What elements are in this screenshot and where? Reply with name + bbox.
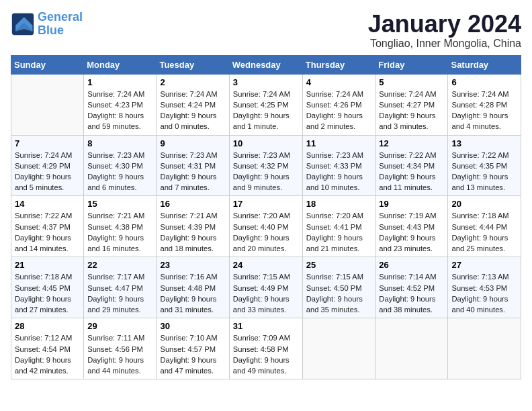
day-info: Sunrise: 7:24 AM Sunset: 4:27 PM Dayligh… [379,89,444,132]
day-info: Sunrise: 7:11 AM Sunset: 4:56 PM Dayligh… [87,332,152,376]
day-number: 24 [233,260,299,270]
day-number: 20 [451,199,517,209]
calendar-day-cell: 30Sunrise: 7:10 AM Sunset: 4:57 PM Dayli… [157,318,229,379]
day-number: 25 [306,260,372,270]
logo: General Blue [11,11,83,38]
day-info: Sunrise: 7:24 AM Sunset: 4:23 PM Dayligh… [87,89,152,132]
calendar-week-row: 21Sunrise: 7:18 AM Sunset: 4:45 PM Dayli… [11,257,521,318]
calendar-day-cell: 31Sunrise: 7:09 AM Sunset: 4:58 PM Dayli… [229,318,302,379]
day-number: 22 [87,260,152,270]
day-info: Sunrise: 7:13 AM Sunset: 4:53 PM Dayligh… [451,271,517,315]
weekday-header-row: SundayMondayTuesdayWednesdayThursdayFrid… [11,55,521,74]
title-block: January 2024 Tongliao, Inner Mongolia, C… [368,11,521,50]
day-number: 3 [233,77,299,87]
day-info: Sunrise: 7:24 AM Sunset: 4:28 PM Dayligh… [451,89,517,132]
calendar-day-cell: 19Sunrise: 7:19 AM Sunset: 4:43 PM Dayli… [375,196,448,257]
day-number: 13 [451,138,517,148]
calendar-day-cell: 22Sunrise: 7:17 AM Sunset: 4:47 PM Dayli… [84,257,157,318]
day-info: Sunrise: 7:20 AM Sunset: 4:40 PM Dayligh… [233,210,299,254]
calendar-title: January 2024 [368,11,521,38]
calendar-week-row: 28Sunrise: 7:12 AM Sunset: 4:54 PM Dayli… [11,318,521,379]
day-info: Sunrise: 7:24 AM Sunset: 4:26 PM Dayligh… [306,89,372,132]
calendar-day-cell [448,318,521,379]
day-info: Sunrise: 7:19 AM Sunset: 4:43 PM Dayligh… [379,210,444,254]
day-number: 5 [379,77,444,87]
day-info: Sunrise: 7:22 AM Sunset: 4:34 PM Dayligh… [379,150,444,193]
calendar-day-cell: 6Sunrise: 7:24 AM Sunset: 4:28 PM Daylig… [448,74,521,135]
page-header: General Blue January 2024 Tongliao, Inne… [11,11,521,50]
weekday-header-sunday: Sunday [11,55,84,74]
day-number: 9 [160,138,225,148]
day-info: Sunrise: 7:14 AM Sunset: 4:52 PM Dayligh… [379,271,444,315]
calendar-day-cell: 11Sunrise: 7:23 AM Sunset: 4:33 PM Dayli… [302,135,375,196]
day-number: 18 [306,199,372,209]
day-number: 4 [306,77,372,87]
calendar-day-cell: 14Sunrise: 7:22 AM Sunset: 4:37 PM Dayli… [11,196,84,257]
calendar-week-row: 1Sunrise: 7:24 AM Sunset: 4:23 PM Daylig… [11,74,521,135]
day-info: Sunrise: 7:23 AM Sunset: 4:31 PM Dayligh… [160,150,225,193]
weekday-header-wednesday: Wednesday [229,55,302,74]
calendar-day-cell: 27Sunrise: 7:13 AM Sunset: 4:53 PM Dayli… [448,257,521,318]
logo-text: General Blue [38,11,83,38]
day-number: 30 [160,321,225,331]
day-info: Sunrise: 7:23 AM Sunset: 4:33 PM Dayligh… [306,150,372,193]
day-info: Sunrise: 7:15 AM Sunset: 4:50 PM Dayligh… [306,271,372,315]
day-info: Sunrise: 7:23 AM Sunset: 4:30 PM Dayligh… [87,150,152,193]
day-info: Sunrise: 7:21 AM Sunset: 4:39 PM Dayligh… [160,210,225,254]
calendar-table: SundayMondayTuesdayWednesdayThursdayFrid… [11,55,521,380]
day-info: Sunrise: 7:17 AM Sunset: 4:47 PM Dayligh… [87,271,152,315]
day-number: 7 [15,138,80,148]
day-number: 16 [160,199,225,209]
calendar-week-row: 14Sunrise: 7:22 AM Sunset: 4:37 PM Dayli… [11,196,521,257]
day-number: 11 [306,138,372,148]
calendar-day-cell: 16Sunrise: 7:21 AM Sunset: 4:39 PM Dayli… [157,196,229,257]
day-number: 2 [160,77,225,87]
day-number: 31 [233,321,299,331]
weekday-header-monday: Monday [84,55,157,74]
weekday-header-thursday: Thursday [302,55,375,74]
calendar-day-cell: 17Sunrise: 7:20 AM Sunset: 4:40 PM Dayli… [229,196,302,257]
day-info: Sunrise: 7:24 AM Sunset: 4:29 PM Dayligh… [15,150,80,193]
calendar-day-cell: 1Sunrise: 7:24 AM Sunset: 4:23 PM Daylig… [84,74,157,135]
calendar-day-cell: 29Sunrise: 7:11 AM Sunset: 4:56 PM Dayli… [84,318,157,379]
day-info: Sunrise: 7:20 AM Sunset: 4:41 PM Dayligh… [306,210,372,254]
calendar-day-cell: 3Sunrise: 7:24 AM Sunset: 4:25 PM Daylig… [229,74,302,135]
logo-icon [11,12,35,36]
calendar-day-cell: 9Sunrise: 7:23 AM Sunset: 4:31 PM Daylig… [157,135,229,196]
day-number: 26 [379,260,444,270]
day-info: Sunrise: 7:22 AM Sunset: 4:35 PM Dayligh… [451,150,517,193]
day-number: 15 [87,199,152,209]
weekday-header-tuesday: Tuesday [157,55,229,74]
calendar-day-cell: 26Sunrise: 7:14 AM Sunset: 4:52 PM Dayli… [375,257,448,318]
day-number: 12 [379,138,444,148]
day-info: Sunrise: 7:10 AM Sunset: 4:57 PM Dayligh… [160,332,225,376]
calendar-week-row: 7Sunrise: 7:24 AM Sunset: 4:29 PM Daylig… [11,135,521,196]
day-number: 1 [87,77,152,87]
calendar-day-cell: 10Sunrise: 7:23 AM Sunset: 4:32 PM Dayli… [229,135,302,196]
day-info: Sunrise: 7:09 AM Sunset: 4:58 PM Dayligh… [233,332,299,376]
logo-line1: General [38,10,83,24]
weekday-header-friday: Friday [375,55,448,74]
day-info: Sunrise: 7:12 AM Sunset: 4:54 PM Dayligh… [15,332,80,376]
day-info: Sunrise: 7:23 AM Sunset: 4:32 PM Dayligh… [233,150,299,193]
calendar-day-cell: 12Sunrise: 7:22 AM Sunset: 4:34 PM Dayli… [375,135,448,196]
calendar-day-cell: 7Sunrise: 7:24 AM Sunset: 4:29 PM Daylig… [11,135,84,196]
logo-line2: Blue [38,24,64,37]
day-number: 28 [15,321,80,331]
calendar-day-cell: 28Sunrise: 7:12 AM Sunset: 4:54 PM Dayli… [11,318,84,379]
day-info: Sunrise: 7:24 AM Sunset: 4:24 PM Dayligh… [160,89,225,132]
day-number: 29 [87,321,152,331]
day-number: 17 [233,199,299,209]
calendar-day-cell: 18Sunrise: 7:20 AM Sunset: 4:41 PM Dayli… [302,196,375,257]
calendar-day-cell: 24Sunrise: 7:15 AM Sunset: 4:49 PM Dayli… [229,257,302,318]
day-number: 14 [15,199,80,209]
calendar-day-cell: 20Sunrise: 7:18 AM Sunset: 4:44 PM Dayli… [448,196,521,257]
day-info: Sunrise: 7:22 AM Sunset: 4:37 PM Dayligh… [15,210,80,254]
day-number: 23 [160,260,225,270]
calendar-day-cell: 21Sunrise: 7:18 AM Sunset: 4:45 PM Dayli… [11,257,84,318]
day-info: Sunrise: 7:15 AM Sunset: 4:49 PM Dayligh… [233,271,299,315]
calendar-day-cell: 25Sunrise: 7:15 AM Sunset: 4:50 PM Dayli… [302,257,375,318]
calendar-day-cell [375,318,448,379]
calendar-day-cell: 5Sunrise: 7:24 AM Sunset: 4:27 PM Daylig… [375,74,448,135]
day-number: 21 [15,260,80,270]
